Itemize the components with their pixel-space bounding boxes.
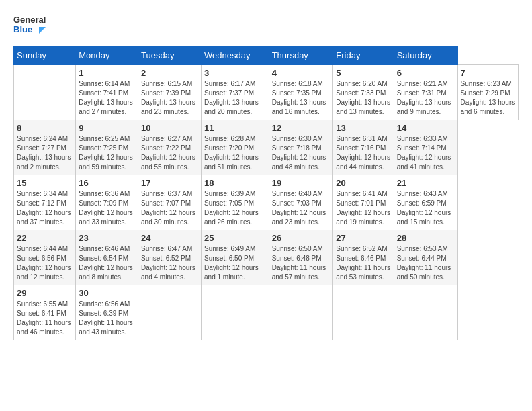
empty-cell — [14, 65, 76, 120]
calendar-cell — [202, 285, 269, 340]
calendar-cell: 30Sunrise: 6:56 AMSunset: 6:39 PMDayligh… — [76, 285, 138, 340]
day-info: Sunrise: 6:23 AMSunset: 7:29 PMDaylight:… — [461, 79, 515, 117]
day-info: Sunrise: 6:39 AMSunset: 7:05 PMDaylight:… — [204, 189, 266, 227]
svg-text:General: General — [13, 15, 46, 25]
day-number: 3 — [204, 68, 266, 78]
day-number: 28 — [397, 233, 455, 243]
day-number: 5 — [336, 68, 390, 78]
calendar-cell: 18Sunrise: 6:39 AMSunset: 7:05 PMDayligh… — [202, 175, 269, 230]
day-info: Sunrise: 6:18 AMSunset: 7:35 PMDaylight:… — [272, 79, 330, 117]
day-number: 17 — [141, 178, 198, 188]
calendar-cell: 2Sunrise: 6:15 AMSunset: 7:39 PMDaylight… — [138, 65, 202, 120]
day-number: 12 — [272, 123, 330, 133]
day-info: Sunrise: 6:31 AMSunset: 7:16 PMDaylight:… — [336, 134, 390, 172]
calendar-cell: 3Sunrise: 6:17 AMSunset: 7:37 PMDaylight… — [202, 65, 269, 120]
day-number: 19 — [272, 178, 330, 188]
calendar-cell: 4Sunrise: 6:18 AMSunset: 7:35 PMDaylight… — [269, 65, 333, 120]
day-number: 2 — [141, 68, 198, 78]
calendar-cell: 7Sunrise: 6:23 AMSunset: 7:29 PMDaylight… — [457, 65, 518, 120]
day-info: Sunrise: 6:27 AMSunset: 7:22 PMDaylight:… — [141, 134, 198, 172]
day-info: Sunrise: 6:52 AMSunset: 6:46 PMDaylight:… — [336, 244, 390, 282]
calendar-cell: 12Sunrise: 6:30 AMSunset: 7:18 PMDayligh… — [269, 120, 333, 175]
calendar-cell: 22Sunrise: 6:44 AMSunset: 6:56 PMDayligh… — [14, 230, 76, 285]
calendar-cell: 25Sunrise: 6:49 AMSunset: 6:50 PMDayligh… — [202, 230, 269, 285]
day-number: 30 — [79, 288, 135, 298]
day-number: 18 — [204, 178, 266, 188]
calendar-cell: 9Sunrise: 6:25 AMSunset: 7:25 PMDaylight… — [76, 120, 138, 175]
weekday-header-thursday: Thursday — [269, 46, 333, 65]
calendar-cell: 29Sunrise: 6:55 AMSunset: 6:41 PMDayligh… — [14, 285, 76, 340]
calendar-cell: 17Sunrise: 6:37 AMSunset: 7:07 PMDayligh… — [138, 175, 202, 230]
calendar-cell: 19Sunrise: 6:40 AMSunset: 7:03 PMDayligh… — [269, 175, 333, 230]
day-number: 13 — [336, 123, 390, 133]
calendar-cell: 15Sunrise: 6:34 AMSunset: 7:12 PMDayligh… — [14, 175, 76, 230]
day-info: Sunrise: 6:50 AMSunset: 6:48 PMDaylight:… — [272, 244, 330, 282]
day-number: 11 — [204, 123, 266, 133]
logo-icon: General Blue — [13, 12, 46, 40]
day-number: 14 — [397, 123, 455, 133]
day-number: 15 — [17, 178, 73, 188]
day-number: 4 — [272, 68, 330, 78]
day-info: Sunrise: 6:46 AMSunset: 6:54 PMDaylight:… — [79, 244, 135, 282]
day-number: 23 — [79, 233, 135, 243]
calendar-cell — [394, 285, 457, 340]
calendar-cell: 14Sunrise: 6:33 AMSunset: 7:14 PMDayligh… — [394, 120, 457, 175]
calendar-cell — [269, 285, 333, 340]
day-info: Sunrise: 6:24 AMSunset: 7:27 PMDaylight:… — [17, 134, 73, 172]
day-info: Sunrise: 6:40 AMSunset: 7:03 PMDaylight:… — [272, 189, 330, 227]
day-number: 9 — [79, 123, 135, 133]
weekday-header-wednesday: Wednesday — [202, 46, 269, 65]
day-info: Sunrise: 6:17 AMSunset: 7:37 PMDaylight:… — [204, 79, 266, 117]
day-number: 26 — [272, 233, 330, 243]
day-info: Sunrise: 6:41 AMSunset: 7:01 PMDaylight:… — [336, 189, 390, 227]
day-info: Sunrise: 6:53 AMSunset: 6:44 PMDaylight:… — [397, 244, 455, 282]
svg-text:Blue: Blue — [13, 24, 32, 34]
calendar-cell: 26Sunrise: 6:50 AMSunset: 6:48 PMDayligh… — [269, 230, 333, 285]
calendar-cell: 6Sunrise: 6:21 AMSunset: 7:31 PMDaylight… — [394, 65, 457, 120]
day-info: Sunrise: 6:56 AMSunset: 6:39 PMDaylight:… — [79, 300, 135, 337]
weekday-header-sunday: Sunday — [14, 46, 76, 65]
day-number: 22 — [17, 233, 73, 243]
day-number: 16 — [79, 178, 135, 188]
day-number: 1 — [79, 68, 135, 78]
svg-marker-2 — [39, 27, 46, 34]
day-number: 21 — [397, 178, 455, 188]
day-info: Sunrise: 6:37 AMSunset: 7:07 PMDaylight:… — [141, 189, 198, 227]
calendar: SundayMondayTuesdayWednesdayThursdayFrid… — [13, 46, 519, 340]
calendar-cell — [333, 285, 394, 340]
day-info: Sunrise: 6:34 AMSunset: 7:12 PMDaylight:… — [17, 189, 73, 227]
day-number: 24 — [141, 233, 198, 243]
calendar-cell: 23Sunrise: 6:46 AMSunset: 6:54 PMDayligh… — [76, 230, 138, 285]
day-number: 10 — [141, 123, 198, 133]
day-info: Sunrise: 6:49 AMSunset: 6:50 PMDaylight:… — [204, 244, 266, 282]
day-info: Sunrise: 6:30 AMSunset: 7:18 PMDaylight:… — [272, 134, 330, 172]
day-number: 29 — [17, 288, 73, 298]
day-info: Sunrise: 6:33 AMSunset: 7:14 PMDaylight:… — [397, 134, 455, 172]
calendar-cell: 10Sunrise: 6:27 AMSunset: 7:22 PMDayligh… — [138, 120, 202, 175]
day-number: 8 — [17, 123, 73, 133]
day-number: 20 — [336, 178, 390, 188]
calendar-cell: 20Sunrise: 6:41 AMSunset: 7:01 PMDayligh… — [333, 175, 394, 230]
day-info: Sunrise: 6:43 AMSunset: 6:59 PMDaylight:… — [397, 189, 455, 227]
day-info: Sunrise: 6:47 AMSunset: 6:52 PMDaylight:… — [141, 244, 198, 282]
weekday-header-monday: Monday — [76, 46, 138, 65]
day-info: Sunrise: 6:28 AMSunset: 7:20 PMDaylight:… — [204, 134, 266, 172]
weekday-header-friday: Friday — [333, 46, 394, 65]
day-number: 27 — [336, 233, 390, 243]
weekday-header-tuesday: Tuesday — [138, 46, 202, 65]
calendar-cell: 13Sunrise: 6:31 AMSunset: 7:16 PMDayligh… — [333, 120, 394, 175]
calendar-cell — [138, 285, 202, 340]
calendar-cell: 21Sunrise: 6:43 AMSunset: 6:59 PMDayligh… — [394, 175, 457, 230]
calendar-cell: 1Sunrise: 6:14 AMSunset: 7:41 PMDaylight… — [76, 65, 138, 120]
calendar-cell: 8Sunrise: 6:24 AMSunset: 7:27 PMDaylight… — [14, 120, 76, 175]
day-info: Sunrise: 6:21 AMSunset: 7:31 PMDaylight:… — [397, 79, 455, 117]
day-number: 25 — [204, 233, 266, 243]
day-number: 6 — [397, 68, 455, 78]
calendar-cell: 27Sunrise: 6:52 AMSunset: 6:46 PMDayligh… — [333, 230, 394, 285]
day-number: 7 — [461, 68, 515, 78]
day-info: Sunrise: 6:36 AMSunset: 7:09 PMDaylight:… — [79, 189, 135, 227]
calendar-cell: 11Sunrise: 6:28 AMSunset: 7:20 PMDayligh… — [202, 120, 269, 175]
day-info: Sunrise: 6:44 AMSunset: 6:56 PMDaylight:… — [17, 244, 73, 282]
calendar-cell: 28Sunrise: 6:53 AMSunset: 6:44 PMDayligh… — [394, 230, 457, 285]
day-info: Sunrise: 6:55 AMSunset: 6:41 PMDaylight:… — [17, 300, 73, 337]
